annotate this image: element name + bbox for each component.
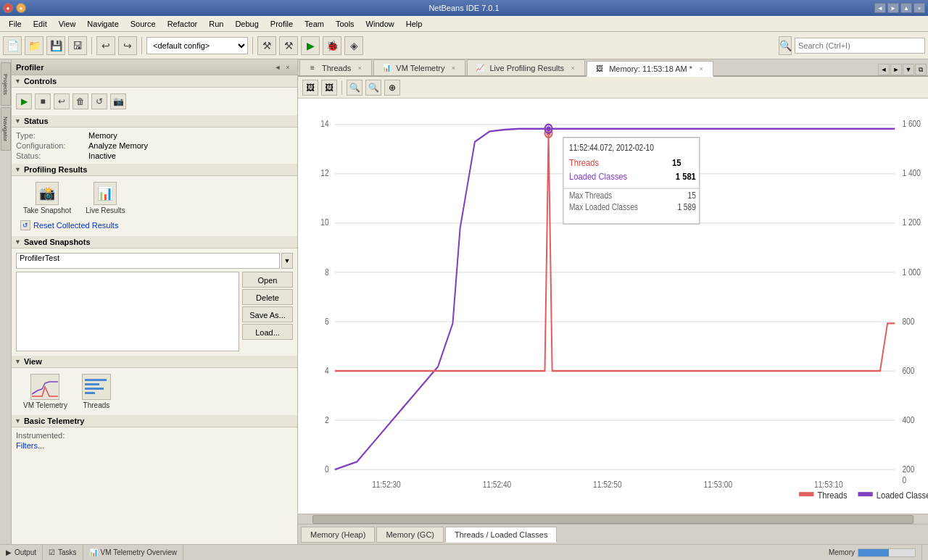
save-as-snapshot-btn[interactable]: Save As... (242, 306, 293, 322)
svg-text:15: 15 (672, 157, 682, 168)
tab-vm-telemetry[interactable]: 📊 VM Telemetry × (373, 59, 465, 75)
snapshot-combo[interactable]: ProfilerTest (16, 253, 280, 269)
saved-snapshots-header[interactable]: ▼ Saved Snapshots (12, 236, 297, 248)
config-combo[interactable]: <default config> (146, 37, 248, 54)
tab-memory[interactable]: 🖼 Memory: 11:53:18 AM * × (587, 61, 713, 77)
pr-action-buttons: 📸 Take Snapshot 📊 Live Results (16, 179, 293, 217)
snapshot-area: Open Delete Save As... Load... (16, 270, 293, 353)
profiler-minimize-btn[interactable]: ◄ (273, 62, 283, 72)
tab-next-btn[interactable]: ► (890, 64, 902, 75)
zoom-out-btn[interactable]: 🔍 (365, 80, 381, 96)
svg-text:Loaded Classes: Loaded Classes (877, 490, 928, 501)
threads-view-btn[interactable]: Threads (82, 374, 111, 409)
redo-btn[interactable]: ↪ (118, 36, 137, 55)
profile-snapshot-btn[interactable]: 📷 (110, 93, 126, 109)
tab-restore-btn[interactable]: ⧉ (915, 64, 927, 75)
navigator-tab[interactable]: Navigator (1, 107, 11, 151)
live-profiling-tab-close[interactable]: × (568, 64, 577, 72)
search-icon-btn[interactable]: 🔍 (779, 36, 792, 55)
controls-section-header[interactable]: ▼ Controls (12, 75, 297, 88)
menu-team[interactable]: Team (299, 18, 330, 30)
new-project-btn[interactable]: 📄 (3, 36, 22, 55)
win-prev[interactable]: ◄ (874, 3, 886, 13)
svg-text:1 200: 1 200 (902, 218, 920, 227)
open-snapshot-btn[interactable]: Open (242, 272, 293, 288)
menu-refactor[interactable]: Refactor (162, 18, 204, 30)
bt-filters-row[interactable]: Filters... (16, 440, 293, 451)
tasks-status-item[interactable]: ☑ Tasks (49, 545, 83, 560)
close-btn[interactable]: ● (3, 3, 13, 13)
profiler-close-btn[interactable]: × (283, 62, 293, 72)
profile-btn[interactable]: ◈ (344, 36, 363, 55)
threads-loaded-classes-tab[interactable]: Threads / Loaded Classes (445, 527, 557, 543)
build-btn[interactable]: ⚒ (257, 36, 276, 55)
chart-btn1[interactable]: 🖼 (302, 80, 318, 96)
chart-scrollbar[interactable] (298, 514, 928, 524)
status-section-header[interactable]: ▼ Status (12, 115, 297, 128)
vm-telemetry-tab-close[interactable]: × (449, 64, 457, 72)
menu-run[interactable]: Run (203, 18, 229, 30)
minimize-btn[interactable]: ● (16, 3, 26, 13)
search-input[interactable] (795, 38, 925, 54)
win-restore[interactable]: ▲ (900, 3, 912, 13)
vm-telemetry-view-btn[interactable]: VM Telemetry (23, 374, 67, 409)
undo-btn[interactable]: ↩ (96, 36, 115, 55)
svg-text:Loaded Classes: Loaded Classes (569, 171, 627, 182)
profile-stop-btn[interactable]: ■ (35, 93, 51, 109)
win-controls[interactable]: ◄ ► ▲ × (874, 3, 925, 13)
menu-profile[interactable]: Profile (265, 18, 299, 30)
snapshot-list[interactable] (16, 272, 239, 351)
threads-tab-close[interactable]: × (355, 64, 364, 72)
reset-collected-results-btn[interactable]: ↺ Reset Collected Results (16, 217, 293, 233)
save-btn[interactable]: 💾 (46, 36, 65, 55)
projects-tab[interactable]: Projects (1, 62, 11, 106)
menu-source[interactable]: Source (125, 18, 162, 30)
save-all-btn[interactable]: 🖫 (68, 36, 87, 55)
profiling-results-header[interactable]: ▼ Profiling Results (12, 164, 297, 176)
svg-text:2: 2 (325, 415, 329, 425)
debug-btn[interactable]: 🐞 (323, 36, 341, 55)
clean-build-btn[interactable]: ⚒ (279, 36, 298, 55)
menu-file[interactable]: File (3, 18, 28, 30)
scroll-handle[interactable] (312, 515, 914, 524)
zoom-fit-btn[interactable]: ⊕ (384, 80, 400, 96)
tab-live-profiling[interactable]: 📈 Live Profiling Results × (467, 59, 585, 75)
output-status-item[interactable]: ▶ Output (6, 545, 43, 560)
tab-prev-btn[interactable]: ◄ (878, 64, 890, 75)
profile-refresh-btn[interactable]: ↺ (91, 93, 107, 109)
menu-debug[interactable]: Debug (229, 18, 264, 30)
chart-btn2[interactable]: 🖼 (321, 80, 337, 96)
memory-gc-tab[interactable]: Memory (GC) (376, 527, 444, 543)
tab-threads[interactable]: ≡ Threads × (299, 59, 372, 75)
menu-tools[interactable]: Tools (330, 18, 360, 30)
svg-point-38 (547, 126, 551, 131)
win-next[interactable]: ► (887, 3, 899, 13)
profile-trash-btn[interactable]: 🗑 (72, 93, 88, 109)
menu-window[interactable]: Window (360, 18, 400, 30)
tab-list-btn[interactable]: ▼ (903, 64, 914, 75)
menu-view[interactable]: View (53, 18, 82, 30)
snapshot-dropdown-btn[interactable]: ▼ (281, 253, 293, 269)
menu-help[interactable]: Help (400, 18, 428, 30)
zoom-in-btn[interactable]: 🔍 (347, 80, 362, 96)
memory-tab-close[interactable]: × (697, 64, 705, 73)
open-project-btn[interactable]: 📁 (25, 36, 44, 55)
load-snapshot-btn[interactable]: Load... (242, 324, 293, 340)
run-btn[interactable]: ▶ (301, 36, 320, 55)
vm-telemetry-overview-status-item[interactable]: 📊 VM Telemetry Overview (89, 545, 183, 560)
live-results-btn[interactable]: 📊 Live Results (86, 182, 125, 214)
reset-icon: ↺ (20, 220, 30, 230)
view-section-header[interactable]: ▼ View (12, 356, 297, 368)
profile-run-btn[interactable]: ▶ (16, 93, 32, 109)
basic-telemetry-header[interactable]: ▼ Basic Telemetry (12, 415, 297, 427)
memory-heap-tab[interactable]: Memory (Heap) (301, 527, 375, 543)
titlebar-controls[interactable]: ● ● (3, 3, 26, 13)
vm-overview-icon: 📊 (89, 548, 98, 556)
menu-navigate[interactable]: Navigate (81, 18, 124, 30)
menu-edit[interactable]: Edit (28, 18, 53, 30)
delete-snapshot-btn[interactable]: Delete (242, 289, 293, 305)
svg-text:200: 200 (902, 464, 914, 474)
profile-reset-btn[interactable]: ↩ (54, 93, 70, 109)
win-close[interactable]: × (914, 3, 925, 13)
take-snapshot-btn[interactable]: 📸 Take Snapshot (23, 182, 71, 214)
